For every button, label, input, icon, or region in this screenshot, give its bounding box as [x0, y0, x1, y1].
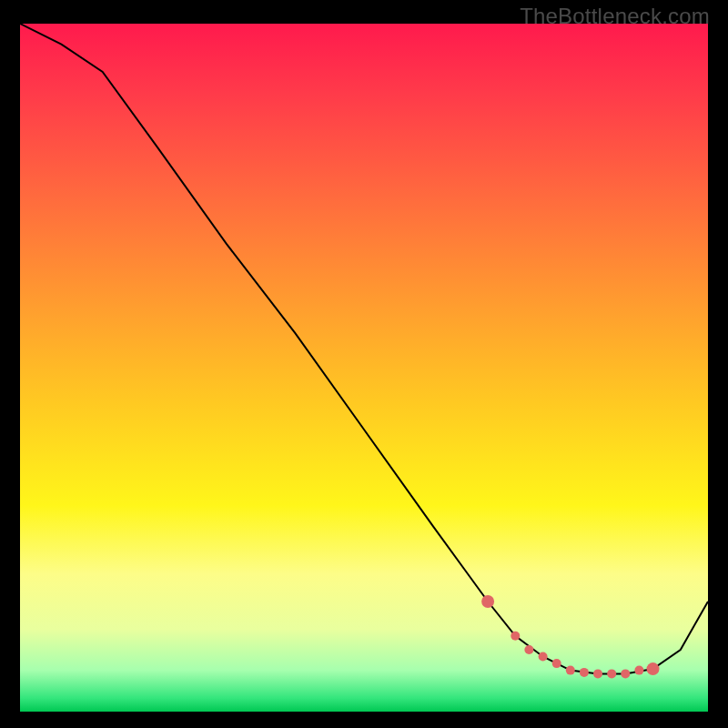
- bottleneck-curve-svg: [20, 24, 708, 712]
- marker-point: [552, 659, 561, 668]
- marker-point: [634, 666, 643, 675]
- marker-point: [566, 666, 575, 675]
- marker-point: [539, 652, 548, 662]
- marker-point: [607, 669, 616, 678]
- marker-point: [481, 595, 494, 608]
- gradient-plot-area: [20, 24, 708, 712]
- marker-point: [593, 669, 602, 678]
- marker-point: [524, 645, 533, 654]
- marker-point: [511, 632, 520, 641]
- highlight-points: [481, 595, 659, 678]
- chart-frame: TheBottleneck.com: [0, 0, 728, 728]
- marker-point: [580, 668, 589, 677]
- bottleneck-curve: [20, 24, 708, 673]
- marker-point: [621, 669, 630, 678]
- marker-point: [647, 662, 660, 675]
